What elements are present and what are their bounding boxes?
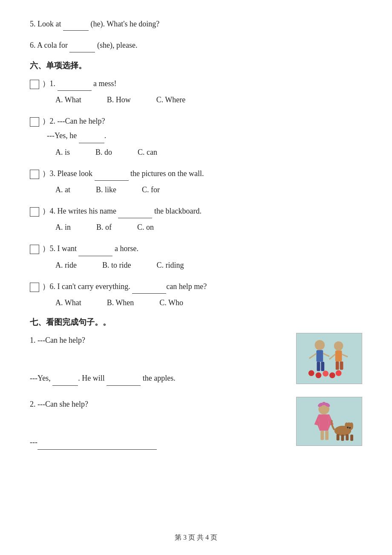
mc-q3-text: ）3. Please look the pictures on the wall… — [30, 166, 362, 181]
mc-q2-paren[interactable] — [30, 117, 39, 127]
svg-point-7 — [334, 341, 343, 351]
svg-point-1 — [315, 340, 325, 350]
mc-q2-blank[interactable] — [79, 134, 104, 143]
svg-rect-8 — [335, 351, 342, 362]
mc-q6-optC: C. Who — [159, 295, 183, 310]
svg-rect-33 — [346, 434, 349, 441]
mc-q3-optC: C. for — [142, 182, 160, 197]
mc-q2-options: A. is B. do C. can — [30, 145, 362, 159]
sec7-q2-blank[interactable] — [37, 440, 157, 450]
sec7-q2-question: 2. ---Can she help? — [30, 397, 285, 411]
mc-q5-optB: B. to ride — [102, 258, 131, 272]
section-six-title: 六、单项选择。 — [30, 60, 362, 71]
svg-rect-23 — [320, 431, 324, 440]
mc-q1-options: A. What B. How C. Where — [30, 92, 362, 107]
svg-rect-34 — [350, 435, 353, 441]
sec7-q2: 2. ---Can she help? --- — [30, 397, 362, 452]
mc-q6-optB: B. When — [107, 295, 134, 310]
mc-q5-blank[interactable] — [78, 247, 112, 256]
mc-q4-text: ）4. He writes his name the blackboard. — [30, 204, 362, 218]
mc-q1-optB: B. How — [107, 92, 131, 107]
mc-q5-optA: A. ride — [55, 258, 77, 272]
sec7-q2-answer: --- — [30, 435, 285, 449]
mc-q4-optA: A. in — [55, 220, 71, 234]
mc-q4-optC: C. on — [137, 220, 154, 234]
svg-point-29 — [349, 427, 351, 429]
mc-q4-options: A. in B. of C. on — [30, 220, 362, 234]
mc-q5-text: ）5. I want a horse. — [30, 241, 362, 256]
svg-rect-24 — [325, 431, 329, 440]
svg-rect-6 — [321, 362, 324, 371]
fill-in-6: 6. A cola for (she), please. — [30, 38, 362, 52]
mc-q5-optC: C. riding — [156, 258, 184, 272]
q5-blank[interactable] — [63, 21, 89, 31]
mc-q6-optA: A. What — [55, 295, 81, 310]
mc-q5: ）5. I want a horse. A. ride B. to ride C… — [30, 241, 362, 272]
mc-q3: ）3. Please look the pictures on the wall… — [30, 166, 362, 197]
footer-text: 第 3 页 共 4 页 — [175, 534, 217, 541]
svg-rect-2 — [317, 350, 323, 362]
svg-rect-5 — [317, 362, 320, 371]
svg-rect-12 — [340, 361, 343, 370]
q6-text: 6. A cola for — [30, 41, 69, 49]
svg-rect-31 — [337, 434, 340, 441]
mc-q4-optB: B. of — [96, 220, 112, 234]
mc-q1-text: ）1. a mess! — [30, 76, 362, 91]
mc-q3-options: A. at B. like C. for — [30, 182, 362, 197]
mc-q2-text: ）2. ---Can he help? — [30, 114, 362, 128]
mc-q1-paren[interactable] — [30, 80, 39, 89]
mc-q1-optC: C. Where — [156, 92, 186, 107]
page-footer: 第 3 页 共 4 页 — [0, 533, 392, 542]
q6-suffix: (she), please. — [95, 41, 137, 49]
mc-q2-optC: C. can — [138, 145, 157, 159]
svg-point-27 — [350, 422, 353, 428]
sec7-q1-blank2[interactable] — [107, 376, 141, 386]
sec7-q1-question: 1. ---Can he help? — [30, 333, 285, 347]
svg-rect-11 — [336, 361, 339, 370]
q5-suffix: (he). What's he doing? — [89, 20, 159, 28]
section-seven-title: 七、看图完成句子。。 — [30, 317, 362, 328]
q5-text: 5. Look at — [30, 20, 63, 28]
mc-q2-subtext: ---Yes, he . — [30, 128, 362, 143]
mc-q1-optA: A. What — [55, 92, 81, 107]
svg-point-13 — [308, 370, 314, 376]
mc-q3-optA: A. at — [55, 182, 70, 197]
fill-in-5: 5. Look at (he). What's he doing? — [30, 17, 362, 31]
mc-q2-optA: A. is — [55, 145, 70, 159]
mc-q6-blank[interactable] — [132, 284, 166, 294]
mc-q5-options: A. ride B. to ride C. riding — [30, 258, 362, 272]
sec7-q1-answer: ---Yes, . He will the apples. — [30, 371, 285, 385]
mc-q3-blank[interactable] — [95, 171, 129, 181]
mc-q3-optB: B. like — [96, 182, 116, 197]
sec7-q1: 1. ---Can he help? ---Yes, . He will the… — [30, 333, 362, 388]
mc-q6-text: ）6. I can't carry everything. can help m… — [30, 279, 362, 294]
svg-rect-0 — [297, 333, 361, 384]
mc-q6: ）6. I can't carry everything. can help m… — [30, 279, 362, 310]
mc-q1-blank[interactable] — [58, 81, 92, 91]
svg-rect-32 — [341, 435, 344, 441]
svg-point-16 — [329, 373, 335, 379]
svg-point-30 — [347, 427, 349, 428]
svg-point-22 — [322, 402, 326, 405]
sec7-q1-blank1[interactable] — [52, 376, 78, 386]
q6-blank[interactable] — [69, 43, 95, 52]
mc-q2-optB: B. do — [95, 145, 112, 159]
mc-q4-paren[interactable] — [30, 207, 39, 217]
svg-point-15 — [323, 371, 329, 377]
mc-q2: ）2. ---Can he help? ---Yes, he . A. is B… — [30, 114, 362, 159]
svg-point-17 — [336, 370, 342, 376]
mc-q5-paren[interactable] — [30, 245, 39, 254]
mc-q4-blank[interactable] — [118, 209, 152, 218]
mc-q4: ）4. He writes his name the blackboard. A… — [30, 204, 362, 234]
mc-q6-options: A. What B. When C. Who — [30, 295, 362, 310]
mc-q1: ）1. a mess! A. What B. How C. Where — [30, 76, 362, 107]
mc-q6-paren[interactable] — [30, 283, 39, 292]
mc-q3-paren[interactable] — [30, 170, 39, 179]
svg-point-14 — [316, 373, 322, 379]
